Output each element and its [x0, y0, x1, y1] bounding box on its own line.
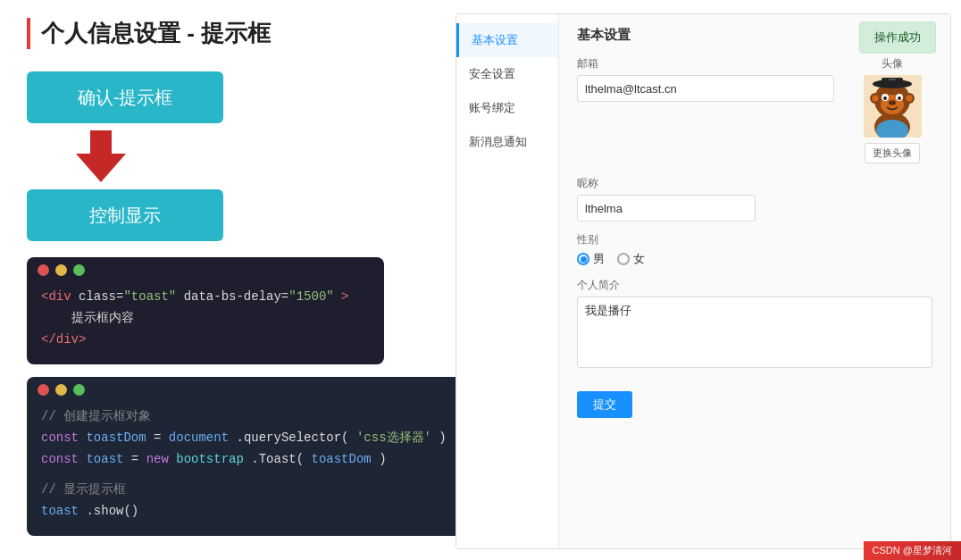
- email-group: 邮箱: [577, 56, 834, 163]
- left-panel: 个人信息设置 - 提示框 确认-提示框 控制显示 <div class="toa…: [0, 0, 464, 560]
- code-line-show: toast .show(): [41, 501, 486, 522]
- nickname-label: 昵称: [577, 176, 932, 191]
- email-avatar-row: 邮箱 头像: [577, 56, 932, 163]
- settings-sidebar: 基本设置 安全设置 账号绑定 新消息通知: [456, 14, 559, 548]
- code-body-1: <div class="toast" data-bs-delay="1500" …: [27, 283, 384, 364]
- sidebar-item-security[interactable]: 安全设置: [456, 57, 558, 91]
- gender-female-label: 女: [633, 251, 645, 267]
- code-line-1: <div class="toast" data-bs-delay="1500" …: [41, 287, 370, 308]
- nickname-input[interactable]: [577, 195, 756, 221]
- submit-button[interactable]: 提交: [577, 391, 632, 418]
- code-header-1: [27, 257, 384, 283]
- right-panel: 基本设置 安全设置 账号绑定 新消息通知 操作成功 基本设置 邮箱 头像: [455, 13, 951, 549]
- dot-yellow-2: [55, 384, 67, 396]
- confirm-toast-button[interactable]: 确认-提示框: [27, 71, 223, 123]
- sidebar-item-binding[interactable]: 账号绑定: [456, 91, 558, 125]
- code-line-2: 提示框内容: [41, 308, 370, 330]
- watermark: CSDN @星梦清河: [864, 541, 961, 560]
- avatar-svg: [864, 75, 922, 138]
- dot-red-2: [38, 384, 49, 396]
- gender-female-option[interactable]: 女: [617, 251, 645, 267]
- gender-options: 男 女: [577, 251, 932, 267]
- sidebar-item-basic[interactable]: 基本设置: [456, 23, 558, 57]
- bio-textarea[interactable]: 我是播仔: [577, 297, 932, 368]
- svg-point-14: [889, 102, 890, 104]
- change-avatar-button[interactable]: 更换头像: [865, 143, 920, 163]
- radio-female[interactable]: [617, 253, 630, 265]
- email-label: 邮箱: [577, 56, 834, 71]
- code-body-2: // 创建提示框对象 const toastDom = document .qu…: [27, 403, 500, 536]
- gender-label: 性别: [577, 232, 932, 247]
- sidebar-item-notifications[interactable]: 新消息通知: [456, 125, 558, 159]
- gender-male-option[interactable]: 男: [577, 251, 605, 267]
- radio-male[interactable]: [577, 253, 589, 265]
- code-line-create-dom: const toastDom = document .querySelector…: [41, 428, 486, 449]
- email-input[interactable]: [577, 75, 834, 102]
- avatar-image: [864, 75, 922, 138]
- code-comment-1: // 创建提示框对象: [41, 406, 486, 428]
- nickname-group: 昵称: [577, 176, 932, 221]
- code-block-2: // 创建提示框对象 const toastDom = document .qu…: [27, 377, 500, 536]
- svg-point-6: [872, 96, 878, 102]
- code-line-3: </div>: [41, 330, 370, 351]
- control-display-button[interactable]: 控制显示: [27, 189, 223, 241]
- svg-point-8: [906, 96, 912, 102]
- code-block-1: <div class="toast" data-bs-delay="1500" …: [27, 257, 384, 364]
- form-main-content: 操作成功 基本设置 邮箱 头像: [559, 14, 950, 548]
- arrow-down-icon: [76, 130, 126, 182]
- dot-yellow-1: [55, 264, 67, 276]
- svg-rect-18: [889, 79, 896, 80]
- dot-green-2: [73, 384, 85, 396]
- avatar-label: 头像: [852, 56, 932, 71]
- bio-group: 个人简介 我是播仔: [577, 278, 932, 372]
- gender-male-label: 男: [593, 251, 605, 267]
- svg-point-15: [892, 102, 894, 104]
- code-header-2: [27, 377, 500, 403]
- dot-green-1: [73, 264, 85, 276]
- svg-point-12: [898, 96, 901, 100]
- svg-point-11: [883, 96, 887, 100]
- code-comment-2: // 显示提示框: [41, 480, 486, 501]
- toast-message: 操作成功: [859, 21, 936, 54]
- code-line-create-toast: const toast = new bootstrap .Toast( toas…: [41, 449, 486, 471]
- page-title: 个人信息设置 - 提示框: [27, 18, 438, 49]
- avatar-section: 头像: [852, 56, 932, 163]
- gender-group: 性别 男 女: [577, 232, 932, 267]
- dot-red-1: [38, 264, 49, 276]
- bio-label: 个人简介: [577, 278, 932, 293]
